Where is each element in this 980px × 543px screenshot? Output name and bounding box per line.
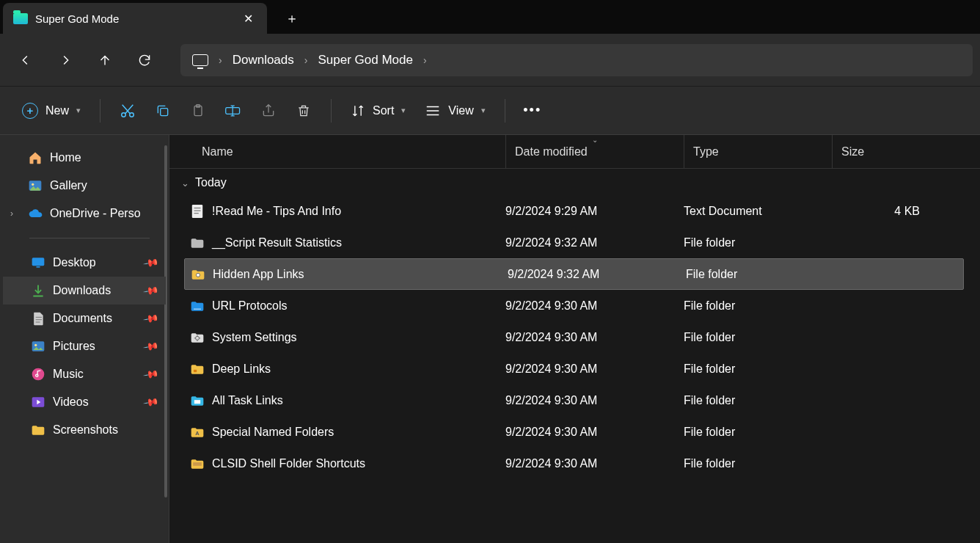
file-row[interactable]: ASpecial Named Folders9/2/2024 9:30 AMFi… [169,416,980,448]
copy-button[interactable] [146,96,180,125]
file-row[interactable]: __Script Result Statistics9/2/2024 9:32 … [169,227,980,258]
this-pc-icon [192,54,208,66]
file-row[interactable]: CLSID Shell Folder Shortcuts9/2/2024 9:3… [169,448,980,479]
pin-icon: 📌 [142,366,159,383]
delete-button[interactable] [287,96,321,125]
file-type: File folder [684,299,832,313]
new-tab-button[interactable]: ＋ [277,3,307,34]
chevron-right-icon: › [10,208,13,219]
svg-rect-9 [37,266,40,268]
chevron-right-icon[interactable]: › [420,54,430,66]
file-row[interactable]: !Read Me - Tips And Info9/2/2024 9:29 AM… [169,195,980,227]
sidebar-item-desktop[interactable]: Desktop📌 [3,249,166,277]
folder-stripe-icon [190,456,205,471]
sidebar-item-home[interactable]: Home [3,144,166,172]
sidebar-item-downloads[interactable]: Downloads📌 [3,277,166,305]
svg-rect-8 [32,258,45,266]
cut-button[interactable] [111,96,145,125]
sidebar-item-label: Downloads [53,284,111,297]
file-name: CLSID Shell Folder Shortcuts [212,457,365,470]
file-name: !Read Me - Tips And Info [212,205,341,218]
svg-point-1 [130,112,134,117]
videos-icon [31,395,45,409]
new-button[interactable]: + New ▾ [13,96,89,125]
group-header-today[interactable]: ⌄ Today [169,169,980,195]
tab-bar: Super God Mode ✕ ＋ [0,0,980,34]
tab-active[interactable]: Super God Mode ✕ [3,3,267,34]
file-row[interactable]: All Task Links9/2/2024 9:30 AMFile folde… [169,385,980,416]
chevron-right-icon[interactable]: › [216,54,225,66]
gallery-icon [28,178,43,193]
chevron-down-icon: ⌄ [181,178,189,189]
file-date: 9/2/2024 9:30 AM [505,362,684,376]
chevron-right-icon[interactable]: › [301,54,311,66]
breadcrumb-current[interactable]: Super God Mode [310,53,420,68]
file-date: 9/2/2024 9:30 AM [505,299,684,313]
sidebar-item-music[interactable]: Music📌 [3,360,166,388]
share-button[interactable] [252,96,285,125]
file-type: File folder [684,362,832,376]
close-tab-button[interactable]: ✕ [238,8,258,29]
file-type: File folder [686,268,834,281]
file-date: 9/2/2024 9:30 AM [505,426,684,439]
column-header-date[interactable]: ⌄ Date modified [505,135,684,168]
file-row[interactable]: System Settings9/2/2024 9:30 AMFile fold… [169,321,980,353]
view-button[interactable]: View ▾ [416,96,494,125]
address-bar[interactable]: › Downloads › Super God Mode › [180,44,973,76]
file-date: 9/2/2024 9:30 AM [505,331,684,344]
sidebar-item-videos[interactable]: Videos📌 [3,388,166,416]
file-name: URL Protocols [212,299,288,313]
folder-blue-icon [190,299,205,313]
sidebar-item-label: OneDrive - Perso [50,207,141,220]
file-type: File folder [684,236,832,249]
svg-point-11 [34,344,37,346]
svg-point-7 [32,183,34,186]
pin-icon: 📌 [142,310,159,327]
svg-text:A: A [195,430,200,437]
more-button[interactable]: ••• [516,96,549,125]
column-header-type[interactable]: Type [684,135,832,168]
sidebar-item-onedrive[interactable]: ›OneDrive - Perso [3,200,166,227]
breadcrumb-downloads[interactable]: Downloads [225,53,301,68]
file-row[interactable]: URL Protocols9/2/2024 9:30 AMFile folder [169,290,980,321]
downloads-icon [31,283,45,298]
sidebar-item-pictures[interactable]: Pictures📌 [3,332,166,360]
pin-icon: 📌 [142,338,159,355]
file-type: File folder [684,331,832,344]
sort-button[interactable]: Sort ▾ [342,96,414,125]
chevron-down-icon: ▾ [76,106,81,115]
pin-icon: 📌 [142,283,159,299]
back-button[interactable] [7,42,44,79]
sidebar-item-gallery[interactable]: Gallery [3,172,166,200]
file-type: File folder [684,426,832,439]
sidebar-item-label: Videos [53,396,89,409]
file-row[interactable]: Hidden App Links9/2/2024 9:32 AMFile fol… [184,258,964,290]
documents-icon [31,311,45,326]
sidebar-item-label: Screenshots [53,423,118,437]
folder-icon [31,423,45,437]
up-button[interactable] [87,42,123,79]
chevron-down-icon: ▾ [481,106,486,115]
folder-icon [13,13,28,24]
sidebar-item-screenshots[interactable]: Screenshots [3,416,166,444]
file-name: Deep Links [212,362,271,376]
sidebar-item-label: Documents [53,312,112,325]
file-list-pane: Name ⌄ Date modified Type Size ⌄ Today !… [169,135,980,543]
desktop-icon [31,255,45,270]
file-date: 9/2/2024 9:30 AM [505,394,684,407]
sidebar-item-documents[interactable]: Documents📌 [3,305,166,332]
paste-button[interactable] [181,96,215,125]
breadcrumb-root[interactable] [185,54,216,66]
txt-icon [190,204,205,219]
rename-button[interactable] [216,96,250,125]
sidebar-item-label: Home [50,151,81,164]
file-size: 4 KB [832,205,920,218]
svg-point-0 [122,112,126,117]
column-header-size[interactable]: Size [832,135,931,168]
forward-button[interactable] [47,42,84,79]
file-row[interactable]: Deep Links9/2/2024 9:30 AMFile folder [169,353,980,385]
file-name: Hidden App Links [213,268,304,281]
svg-rect-14 [192,205,202,218]
refresh-button[interactable] [126,42,163,79]
column-header-name[interactable]: Name [169,145,505,158]
